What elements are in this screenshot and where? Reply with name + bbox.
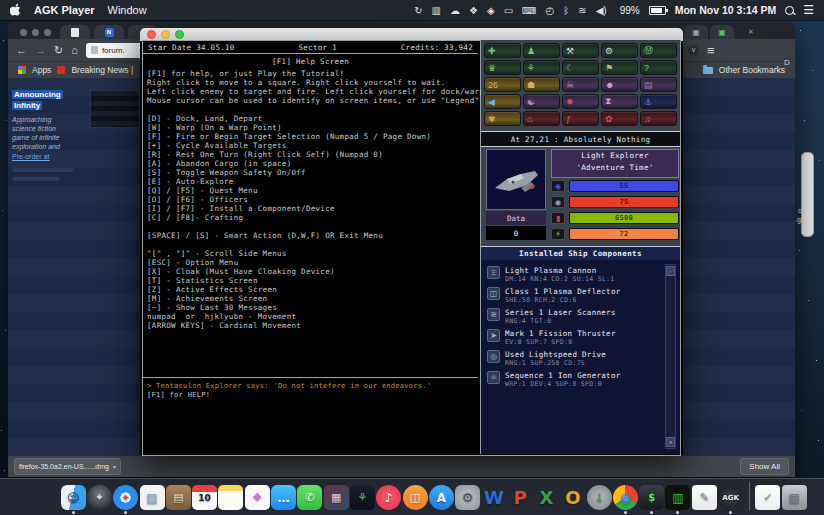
launchpad[interactable]: ✦ xyxy=(86,485,112,514)
sync-icon[interactable]: ↻ xyxy=(414,5,422,16)
time-machine-icon[interactable]: ◴ xyxy=(546,5,555,16)
browser-tab[interactable]: ▣ xyxy=(684,25,708,39)
app-store[interactable]: A xyxy=(428,485,454,514)
menu-clock[interactable]: Mon Nov 10 3:14 PM xyxy=(675,4,777,16)
extension-pocket-icon[interactable]: ∨ xyxy=(688,45,699,56)
inventory-cell[interactable]: ✿ xyxy=(601,111,638,126)
post-thumbnail[interactable] xyxy=(90,90,140,128)
photo-booth[interactable]: ▦ xyxy=(323,485,349,514)
browser-tab[interactable]: ▣ xyxy=(710,25,734,39)
terminal[interactable]: $ xyxy=(639,485,665,514)
finder[interactable]: ☺ xyxy=(60,485,86,514)
calendar[interactable]: 10 xyxy=(191,485,217,514)
post-title-line[interactable]: Infinity xyxy=(12,101,42,110)
other-bookmarks[interactable]: Other Bookmarks xyxy=(719,65,785,75)
inventory-cell[interactable]: ƒ xyxy=(562,111,599,126)
close-button[interactable] xyxy=(147,30,156,39)
browser-tab[interactable]: ✕ xyxy=(736,25,766,39)
word[interactable]: W xyxy=(481,485,507,514)
zoom-button[interactable] xyxy=(175,30,184,39)
inventory-cell[interactable]: ✸ xyxy=(562,94,599,109)
browser-menu-icon[interactable]: ≡ xyxy=(707,44,715,57)
notification-center-icon[interactable]: ☰ xyxy=(803,3,814,17)
menu-window[interactable]: Window xyxy=(108,4,147,16)
airplay-display-icon[interactable]: ▭ xyxy=(504,5,513,16)
browser-tab[interactable]: N xyxy=(94,25,124,39)
inventory-cell[interactable]: ⚒ xyxy=(562,43,599,58)
bell-icon[interactable]: ◈ xyxy=(487,5,495,16)
browser-tab[interactable] xyxy=(60,25,90,39)
contacts[interactable]: ▤ xyxy=(165,485,191,514)
textedit[interactable]: ✎ xyxy=(691,485,717,514)
apple-menu[interactable] xyxy=(10,3,21,18)
inventory-cell[interactable]: ? xyxy=(640,60,677,75)
component-item[interactable]: ⚛ Sequence 1 Ion Generator WRP:1 DEV:4 S… xyxy=(487,371,680,392)
messages[interactable]: … xyxy=(270,485,296,514)
bluetooth-icon[interactable]: ᛒ xyxy=(563,5,569,16)
truck-icon[interactable]: ▥ xyxy=(432,5,441,16)
battery-icon[interactable] xyxy=(649,6,666,15)
inventory-cell[interactable]: ⚓ xyxy=(640,94,677,109)
inventory-cell[interactable]: ☠ xyxy=(562,77,599,92)
inventory-cell[interactable]: ♛ xyxy=(484,60,521,75)
bookmark-breaking-news[interactable]: Breaking News | xyxy=(71,65,133,75)
forward-icon[interactable]: → xyxy=(35,45,46,56)
itunes[interactable]: ♪ xyxy=(376,485,402,514)
system-preferences[interactable]: ⚙ xyxy=(454,485,480,514)
outlook[interactable]: O xyxy=(560,485,586,514)
home-icon[interactable]: ⌂ xyxy=(71,45,78,56)
download-item[interactable]: firefox-35.0a2.en-US......dmg ▾ xyxy=(14,458,121,475)
notes[interactable] xyxy=(218,485,244,514)
menu-app-name[interactable]: AGK Player xyxy=(34,4,95,16)
activity-terminal[interactable]: ▥ xyxy=(665,485,691,514)
inventory-cell[interactable]: ⚙ xyxy=(601,43,638,58)
inventory-cell[interactable]: ✾ xyxy=(484,111,521,126)
scrollbar-down-button[interactable]: ▾ xyxy=(666,437,675,447)
inventory-cell[interactable]: ♟ xyxy=(523,43,560,58)
component-item[interactable]: ◫ Class 1 Plasma Deflector SHE:50 RCH:2 … xyxy=(487,287,680,308)
reload-icon[interactable]: ↻ xyxy=(54,45,63,56)
inventory-cell[interactable]: ☯ xyxy=(523,94,560,109)
dropbox-icon[interactable]: ❖ xyxy=(469,5,478,16)
inventory-cell[interactable]: ◀ xyxy=(484,94,521,109)
browser-traffic-lights[interactable] xyxy=(20,29,51,36)
powerpoint[interactable]: P xyxy=(507,485,533,514)
zoom-button[interactable] xyxy=(44,29,51,36)
bookmark-apps[interactable]: Apps xyxy=(32,65,51,75)
spotlight-icon[interactable] xyxy=(785,6,794,15)
keyboard-icon[interactable]: ⌨ xyxy=(522,5,536,16)
ibooks[interactable]: ◫ xyxy=(402,485,428,514)
scrollbar-thumb[interactable]: · xyxy=(666,266,675,276)
trash[interactable]: ▤ xyxy=(781,485,807,514)
ship-portrait[interactable] xyxy=(486,149,546,210)
inventory-cell[interactable]: 26 xyxy=(484,77,521,92)
preorder-link[interactable]: Pre-order at xyxy=(12,153,49,160)
post-title-line[interactable]: Announcing xyxy=(12,90,63,99)
agk-player[interactable]: AGK xyxy=(717,485,743,514)
inventory-cell[interactable]: ☗ xyxy=(523,77,560,92)
chevron-down-icon[interactable]: ▾ xyxy=(113,463,116,470)
minimize-button[interactable] xyxy=(161,30,170,39)
facetime[interactable]: ✆ xyxy=(297,485,323,514)
excel[interactable]: X xyxy=(533,485,559,514)
inventory-cell[interactable]: ☻ xyxy=(601,77,638,92)
wifi-icon[interactable]: ≋ xyxy=(578,5,586,16)
inventory-cell[interactable]: ✚ xyxy=(484,43,521,58)
safari[interactable]: ✦ xyxy=(113,485,139,514)
show-all-button[interactable]: Show All xyxy=(740,458,789,475)
component-item[interactable]: ◎ Used Lightspeed Drive RNG:1 SUP:250 CD… xyxy=(487,350,680,371)
photos[interactable]: ▨ xyxy=(139,485,165,514)
volume-icon[interactable]: ◀) xyxy=(596,5,607,16)
game-center[interactable]: ❖ xyxy=(244,485,270,514)
components-scrollbar[interactable]: · ▾ xyxy=(665,264,676,449)
inventory-cell[interactable]: ♫ xyxy=(640,111,677,126)
inventory-cell[interactable]: ⧗ xyxy=(601,94,638,109)
close-button[interactable] xyxy=(20,29,27,36)
iphoto[interactable]: ⚘ xyxy=(349,485,375,514)
inventory-cell[interactable]: ▤ xyxy=(640,77,677,92)
inventory-cell[interactable]: ⚑ xyxy=(601,60,638,75)
back-icon[interactable]: ← xyxy=(16,45,27,56)
component-item[interactable]: Ξ Light Plasma Cannon DM:14 RN:4 CD:2 SU… xyxy=(487,266,680,287)
chrome[interactable]: ◉ xyxy=(612,485,638,514)
inventory-cell[interactable]: ⚘ xyxy=(523,60,560,75)
